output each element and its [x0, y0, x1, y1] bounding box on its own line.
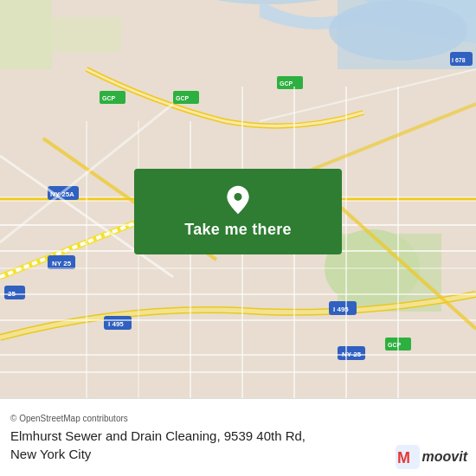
svg-text:I 495: I 495 [108, 320, 124, 328]
button-label: Take me there [184, 221, 292, 239]
moovit-text-label: moovit [422, 449, 467, 465]
svg-point-6 [329, 0, 467, 61]
svg-rect-4 [52, 17, 121, 52]
bottom-bar: © OpenStreetMap contributors Elmhurst Se… [0, 398, 476, 476]
place-name: Elmhurst Sewer and Drain Cleaning, 9539 … [10, 427, 306, 463]
svg-text:GCP: GCP [102, 95, 116, 101]
moovit-logo: M moovit [396, 445, 467, 469]
svg-text:GCP: GCP [280, 80, 293, 87]
svg-point-56 [235, 193, 242, 201]
svg-text:I 678: I 678 [452, 57, 466, 63]
take-me-there-button[interactable]: Take me there [134, 169, 342, 254]
svg-rect-3 [0, 0, 52, 69]
moovit-icon: M [396, 445, 420, 469]
svg-text:NY 25: NY 25 [52, 260, 72, 267]
svg-text:GCP: GCP [176, 95, 190, 101]
location-pin-icon [222, 184, 254, 215]
attribution: © OpenStreetMap contributors [10, 414, 466, 423]
svg-text:M: M [397, 449, 410, 466]
svg-text:GCP: GCP [388, 342, 402, 348]
map-container: I 495 I 495 NY 25 NY 25 NY 25A NY 25A 25… [0, 0, 476, 398]
